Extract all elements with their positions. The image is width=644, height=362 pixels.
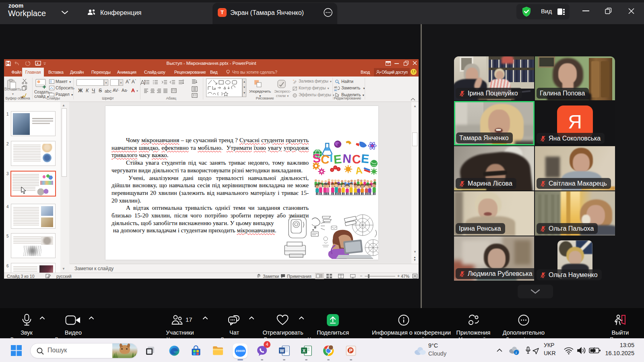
- svg-text:A: A: [355, 165, 363, 176]
- svg-text:E: E: [333, 152, 342, 166]
- svg-text:C: C: [352, 152, 361, 166]
- svg-text:S: S: [313, 151, 321, 165]
- svg-text:C: C: [320, 152, 330, 166]
- svg-text:N: N: [342, 151, 352, 165]
- svg-text:E: E: [361, 152, 370, 166]
- svg-text:ab: ab: [334, 86, 337, 89]
- svg-text:W: W: [280, 348, 284, 353]
- svg-text:I: I: [330, 152, 333, 164]
- svg-text:X: X: [303, 348, 306, 353]
- svg-text:ac: ac: [334, 89, 337, 91]
